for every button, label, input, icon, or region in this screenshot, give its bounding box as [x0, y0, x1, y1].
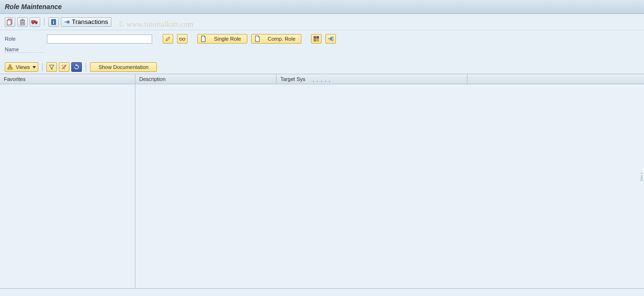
refresh-button[interactable] — [71, 62, 82, 72]
resize-handle[interactable]: ▪ ▪ ▪ ▪ ▪ — [313, 80, 331, 83]
arrow-right-icon — [64, 19, 70, 25]
column-header-description[interactable]: Description — [135, 74, 277, 84]
copy-icon — [7, 19, 13, 25]
role-input[interactable] — [47, 34, 152, 44]
comp-role-label: Comp. Role — [265, 36, 298, 42]
main-toolbar: i Transactions — [0, 14, 644, 30]
arrow-right-box-icon — [328, 36, 333, 42]
refresh-icon — [74, 64, 79, 70]
page-title: Role Maintenance — [5, 3, 62, 11]
trash-icon — [19, 19, 26, 25]
svg-line-25 — [62, 65, 66, 69]
filter-icon — [49, 64, 55, 70]
column-header-spacer — [467, 74, 644, 84]
comp-role-button[interactable]: Comp. Role — [251, 34, 301, 44]
separator — [44, 18, 44, 26]
transactions-label: Transactions — [72, 18, 108, 25]
content-column — [135, 84, 644, 288]
show-doc-label: Show Documentation — [99, 64, 149, 70]
svg-rect-24 — [11, 68, 12, 69]
separator — [42, 63, 43, 71]
single-role-label: Single Role — [211, 36, 244, 42]
single-role-button[interactable]: Single Role — [197, 34, 247, 44]
svg-point-10 — [33, 23, 34, 24]
svg-rect-14 — [68, 21, 69, 23]
document-icon — [255, 35, 260, 42]
scroll-indicator[interactable] — [640, 173, 643, 183]
transport-button[interactable] — [30, 17, 40, 27]
svg-point-15 — [180, 38, 182, 41]
svg-rect-18 — [317, 36, 319, 38]
grid-icon — [313, 36, 319, 42]
filter-button[interactable] — [46, 62, 57, 72]
pencil-icon — [165, 36, 171, 42]
svg-rect-22 — [9, 65, 11, 66]
copy-button[interactable] — [5, 17, 15, 27]
hierarchy-icon — [7, 64, 13, 70]
views-button[interactable]: Views — [5, 62, 38, 72]
filter-delete-button[interactable] — [59, 62, 69, 72]
name-label: Name — [5, 46, 43, 53]
edit-button[interactable] — [163, 34, 173, 44]
assign-button[interactable] — [325, 34, 336, 44]
svg-rect-23 — [8, 68, 10, 69]
column-header-favorites[interactable]: Favorites — [0, 74, 135, 84]
document-icon — [200, 35, 206, 42]
favorites-column — [0, 84, 135, 288]
svg-rect-8 — [32, 21, 35, 23]
page-title-bar: Role Maintenance — [0, 0, 644, 14]
views-label: Views — [16, 64, 30, 70]
info-icon: i — [50, 19, 57, 25]
role-row: Role Single Role Comp. Role — [5, 34, 639, 44]
overview-button[interactable] — [311, 34, 322, 44]
table-body — [0, 84, 644, 289]
glasses-icon — [179, 36, 186, 42]
info-button[interactable]: i — [48, 17, 59, 27]
dropdown-arrow-icon — [33, 66, 36, 68]
svg-rect-19 — [314, 39, 316, 41]
svg-rect-20 — [317, 39, 319, 41]
delete-button[interactable] — [17, 17, 28, 27]
svg-rect-21 — [332, 37, 333, 41]
truck-icon — [31, 19, 39, 25]
name-row: Name — [5, 46, 639, 53]
svg-text:i: i — [53, 20, 55, 25]
svg-point-11 — [36, 23, 37, 24]
transactions-button[interactable]: Transactions — [61, 17, 111, 27]
filter-remove-icon — [61, 64, 67, 70]
show-documentation-button[interactable]: Show Documentation — [90, 62, 157, 72]
svg-point-16 — [183, 38, 185, 41]
separator — [86, 63, 86, 71]
display-button[interactable] — [177, 34, 188, 44]
column-header-target-sys[interactable]: Target Sys — [277, 74, 467, 84]
form-area: Role Single Role Comp. Role — [0, 30, 644, 59]
svg-rect-17 — [314, 36, 316, 38]
svg-rect-1 — [7, 20, 11, 25]
views-toolbar: Views Show Documentation — [0, 59, 644, 74]
role-label: Role — [5, 36, 43, 42]
